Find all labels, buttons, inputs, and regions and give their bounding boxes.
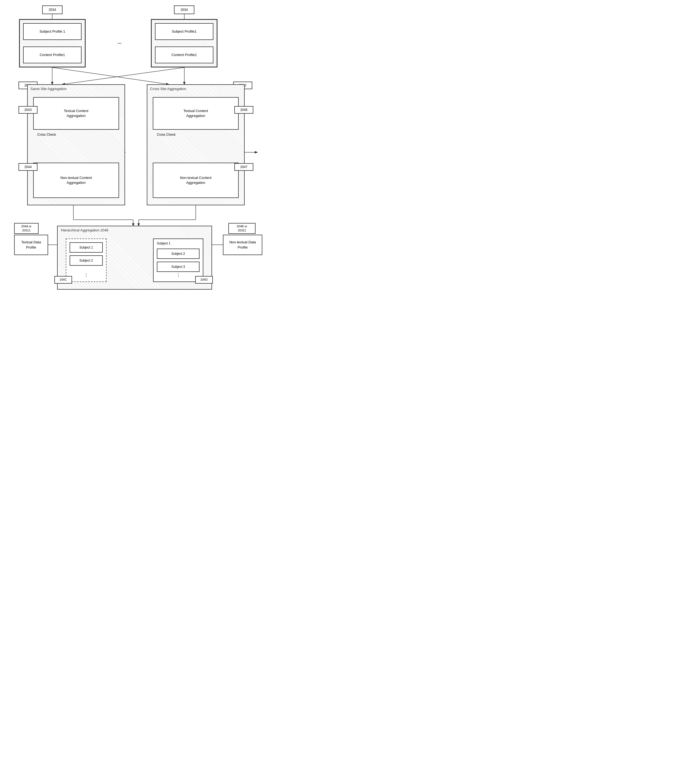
content-profile-1-left-box: Content Profile1 — [23, 46, 82, 63]
same-site-aggregation-box: Same Site Aggregation Textual Content Ag… — [27, 84, 125, 205]
subject1-dotted: Subject 1 — [70, 242, 103, 253]
content-profile-1-right-box: Content Profile1 — [155, 46, 214, 63]
diagram: 2034 2034 Subject Profile 1 Content Prof… — [0, 0, 272, 299]
subject1-solid-label: Subject 1 — [157, 241, 171, 246]
solid-subjects-group: Subject 1 Subject 2 Subject 3 ⋮ — [153, 239, 203, 282]
subject-profile-1-box: Subject Profile 1 — [23, 23, 82, 40]
textual-right-box: Textual Content Aggregation — [153, 97, 239, 130]
cross-site-aggregation-box: Cross Site Aggregation Textual Content A… — [147, 84, 245, 205]
cross-check-left-label: Cross Check — [37, 132, 56, 137]
left-profile-outer: Subject Profile 1 Content Profile1 — [19, 19, 85, 68]
right-profile-outer: Subject Profile1 Content Profile1 — [151, 19, 217, 68]
label-2043: 2043 — [18, 106, 38, 114]
label-2034-left: 2034 — [42, 5, 62, 14]
label-204c: 204C — [54, 276, 72, 283]
non-textual-right-box: Non-textual Content Aggregation — [153, 163, 239, 198]
svg-line-3 — [52, 68, 169, 84]
label-204d: 204D — [195, 276, 213, 283]
subject3-solid: Subject 3 — [157, 262, 199, 272]
label-2047: 2047 — [234, 163, 253, 171]
label-204a: 204A or 20311 — [14, 223, 39, 234]
non-textual-data-profile-box: Non-textual Data Profile — [223, 235, 262, 255]
hierarchical-label: Hierarchical Aggregation 2048 — [58, 226, 112, 234]
label-2034-right: 2034 — [174, 5, 194, 14]
cross-site-label: Cross Site Aggregation — [147, 85, 189, 93]
cross-check-right-label: Cross Check — [157, 132, 176, 137]
subject2-dotted: Subject 2 — [70, 255, 103, 266]
dotted-subjects-group: Subject 1 Subject 2 ⋮ — [66, 239, 107, 282]
dots-dotted: ⋮ — [66, 272, 106, 278]
subject2-solid: Subject 2 — [157, 249, 199, 259]
label-2046: 2046 — [234, 106, 253, 114]
non-textual-left-box: Non-textual Content Aggregation — [33, 163, 119, 198]
svg-line-4 — [62, 68, 184, 84]
label-2044: 2044 — [18, 163, 38, 171]
ellipsis-top: ... — [117, 40, 122, 45]
textual-left-box: Textual Content Aggregation — [33, 97, 119, 130]
subject-profile-1-right-box: Subject Profile1 — [155, 23, 214, 40]
same-site-label: Same Site Aggregation — [28, 85, 69, 93]
hierarchical-aggregation-box: Hierarchical Aggregation 2048 Subject 1 … — [57, 226, 212, 290]
label-204b: 204B or 20321 — [228, 223, 256, 234]
textual-data-profile-box: Textual Data Profile — [14, 235, 48, 255]
